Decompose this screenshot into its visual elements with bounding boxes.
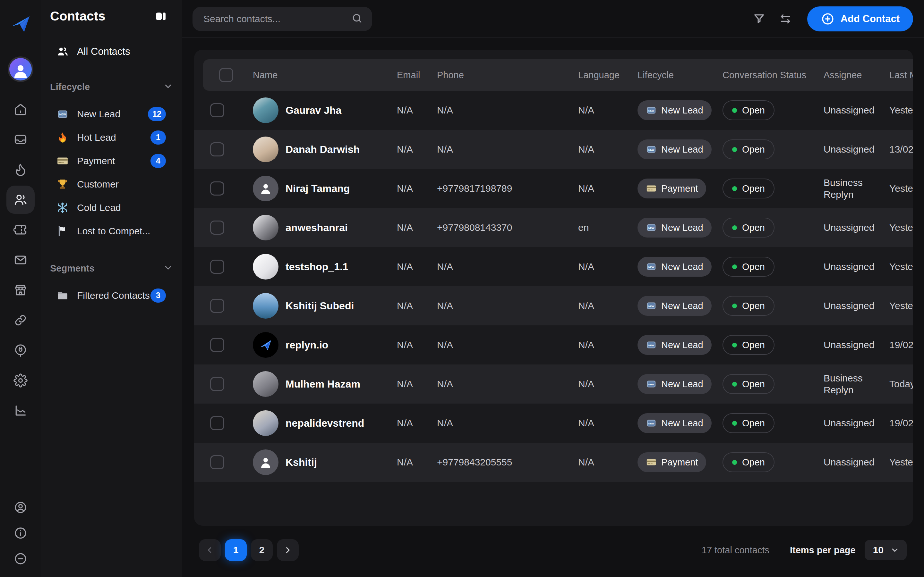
- lifecycle-badge: NEW New Lead: [638, 257, 712, 277]
- contact-name: Danah Darwish: [286, 143, 360, 155]
- contact-avatar: [253, 254, 278, 279]
- minus-circle-icon[interactable]: [13, 551, 28, 566]
- phone-cell: N/A: [433, 144, 573, 155]
- info-icon[interactable]: [13, 526, 28, 540]
- contact-name: nepalidevstrend: [286, 417, 364, 429]
- assignee-cell: Business Replyn: [819, 177, 885, 201]
- store-icon[interactable]: [13, 283, 28, 298]
- table-row[interactable]: Niraj Tamang N/A +9779817198789 N/A Paym…: [194, 169, 913, 208]
- filter-funnel-icon[interactable]: [750, 10, 768, 28]
- flame-icon[interactable]: [13, 162, 28, 177]
- svg-text:NEW: NEW: [59, 113, 66, 116]
- table-row[interactable]: Kshitij N/A +9779843205555 N/A Payment O…: [194, 443, 913, 482]
- contacts-icon[interactable]: [6, 185, 35, 214]
- row-checkbox[interactable]: [210, 416, 224, 430]
- collapse-panel-icon[interactable]: [153, 9, 168, 23]
- inbox-icon[interactable]: [13, 132, 28, 147]
- sidebar-section-header[interactable]: Lifecycle: [41, 79, 182, 95]
- pagination-controls: 12: [194, 539, 299, 561]
- contacts-sidebar: Contacts All Contacts Lifecycle: [41, 0, 182, 577]
- contact-avatar: [253, 215, 278, 240]
- row-checkbox[interactable]: [210, 259, 224, 274]
- home-icon[interactable]: [13, 102, 28, 117]
- sidebar-item-new-lead[interactable]: NEW New Lead 12: [41, 102, 182, 126]
- conversation-status-pill: Open: [722, 374, 774, 394]
- table-row[interactable]: nepalidevstrend N/A N/A N/A NEW New Lead…: [194, 404, 913, 443]
- page-button-2[interactable]: 2: [251, 539, 273, 561]
- status-dot-icon: [732, 264, 737, 269]
- email-cell: N/A: [393, 105, 433, 116]
- phone-cell: N/A: [433, 261, 573, 272]
- phone-cell: N/A: [433, 379, 573, 390]
- sidebar-item-filtered-contacts[interactable]: Filtered Contacts 3: [41, 284, 182, 307]
- mail-icon[interactable]: [13, 253, 28, 268]
- replyn-logo-icon: [10, 13, 31, 34]
- next-page-button[interactable]: [277, 539, 299, 561]
- analytics-chart-icon[interactable]: [13, 403, 28, 418]
- contact-name: Niraj Tamang: [286, 183, 350, 195]
- chevron-right-icon: [283, 545, 293, 555]
- user-avatar[interactable]: [8, 56, 33, 82]
- widget-plug-icon[interactable]: [13, 343, 28, 358]
- prev-page-button[interactable]: [199, 539, 221, 561]
- ticket-icon[interactable]: [13, 222, 28, 237]
- language-cell: N/A: [573, 379, 633, 390]
- assignee-cell: Unassigned: [819, 417, 885, 429]
- table-row[interactable]: Danah Darwish N/A N/A N/A NEW New Lead O…: [194, 130, 913, 169]
- sidebar-item-payment[interactable]: Payment 4: [41, 149, 182, 172]
- row-checkbox[interactable]: [210, 377, 224, 391]
- sidebar-section-header[interactable]: Segments: [41, 260, 182, 277]
- email-cell: N/A: [393, 261, 433, 272]
- sidebar-item-hot-lead[interactable]: Hot Lead 1: [41, 126, 182, 149]
- table-header-row: Name Email Phone Language Lifecycle Conv…: [203, 59, 913, 91]
- select-all-checkbox[interactable]: [219, 68, 233, 82]
- last-message-cell: 13/02/2: [885, 144, 913, 155]
- row-checkbox[interactable]: [210, 221, 224, 235]
- main-area: Add Contact Name Email Phone Language Li…: [182, 0, 924, 577]
- table-row[interactable]: anweshanrai N/A +9779808143370 en NEW Ne…: [194, 208, 913, 247]
- lifecycle-icon: [646, 183, 657, 194]
- lifecycle-icon: NEW: [646, 300, 657, 311]
- table-row[interactable]: replyn.io N/A N/A N/A NEW New Lead Open …: [194, 326, 913, 364]
- add-contact-button[interactable]: Add Contact: [807, 6, 913, 31]
- table-row[interactable]: Mulhem Hazam N/A N/A N/A NEW New Lead Op…: [194, 364, 913, 404]
- email-cell: N/A: [393, 379, 433, 390]
- row-checkbox[interactable]: [210, 103, 224, 117]
- search-input[interactable]: [192, 7, 372, 31]
- language-cell: N/A: [573, 144, 633, 155]
- settings-gear-icon[interactable]: [13, 373, 28, 388]
- contact-avatar: [253, 371, 278, 397]
- all-contacts-label: All Contacts: [77, 46, 130, 57]
- sidebar-item-all-contacts[interactable]: All Contacts: [41, 42, 182, 61]
- table-row[interactable]: Kshitij Subedi N/A N/A N/A NEW New Lead …: [194, 286, 913, 326]
- svg-text:NEW: NEW: [648, 227, 654, 229]
- row-checkbox[interactable]: [210, 455, 224, 469]
- sidebar-item-cold-lead[interactable]: Cold Lead: [41, 196, 182, 219]
- row-checkbox[interactable]: [210, 299, 224, 313]
- item-icon: [57, 290, 69, 301]
- email-cell: N/A: [393, 300, 433, 311]
- row-checkbox[interactable]: [210, 142, 224, 156]
- assignee-cell: Unassigned: [819, 300, 885, 312]
- table-row[interactable]: Gaurav Jha N/A N/A N/A NEW New Lead Open…: [194, 91, 913, 130]
- chevron-down-icon: [163, 262, 174, 274]
- last-message-cell: Yesterd: [885, 261, 913, 272]
- row-checkbox[interactable]: [210, 181, 224, 195]
- table-row[interactable]: testshop_1.1 N/A N/A N/A NEW New Lead Op…: [194, 247, 913, 286]
- link-icon[interactable]: [13, 313, 28, 327]
- lifecycle-icon: NEW: [646, 144, 657, 155]
- phone-cell: N/A: [433, 340, 573, 350]
- item-icon: [57, 201, 69, 214]
- sort-swap-icon[interactable]: [776, 10, 795, 28]
- items-per-page-select[interactable]: 10: [865, 540, 907, 560]
- status-dot-icon: [732, 421, 737, 426]
- page-button-1[interactable]: 1: [225, 539, 247, 561]
- row-checkbox[interactable]: [210, 338, 224, 352]
- account-circle-icon[interactable]: [13, 500, 28, 515]
- email-cell: N/A: [393, 418, 433, 429]
- conversation-status-pill: Open: [722, 257, 774, 277]
- item-label: Filtered Contacts: [77, 290, 150, 301]
- sidebar-item-customer[interactable]: Customer: [41, 172, 182, 196]
- sidebar-item-lost-to-compet[interactable]: Lost to Compet...: [41, 219, 182, 243]
- last-message-cell: 19/02/2: [885, 340, 913, 350]
